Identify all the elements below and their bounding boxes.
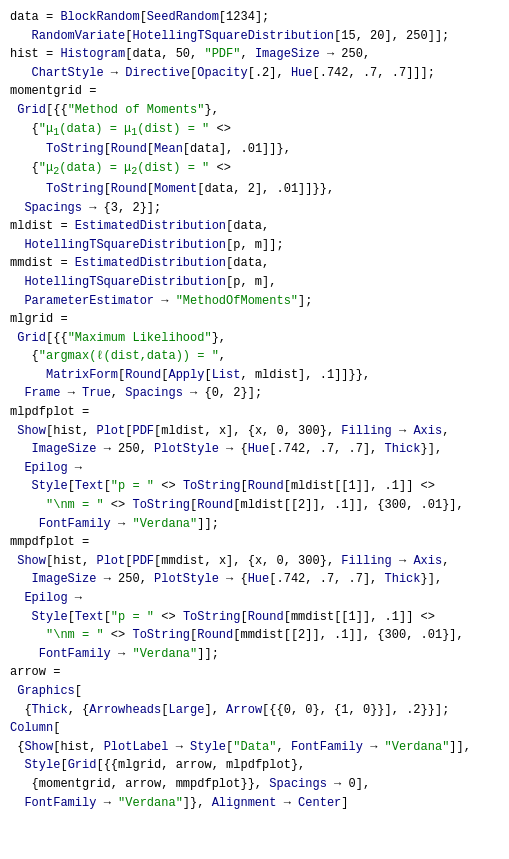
code-block: data = BlockRandom[SeedRandom[1234]; Ran… (10, 8, 499, 812)
